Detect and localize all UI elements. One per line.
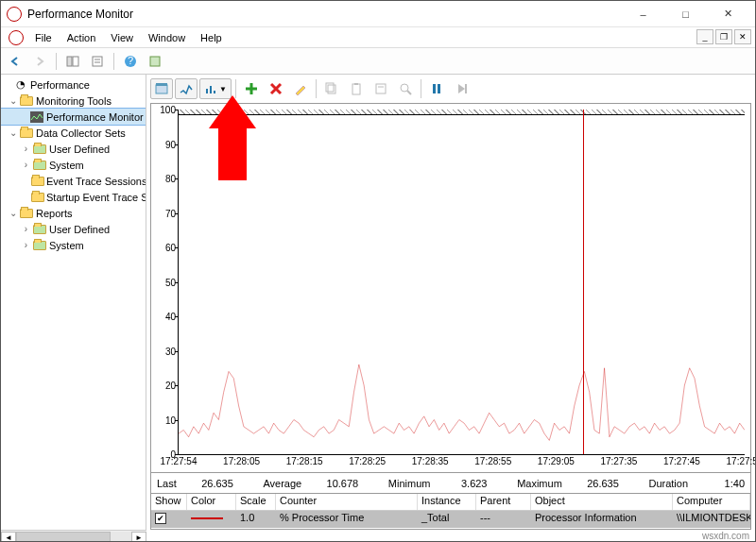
menu-file[interactable]: File <box>27 30 60 45</box>
mdi-close[interactable]: ✕ <box>734 29 751 44</box>
menu-view[interactable]: View <box>103 30 141 45</box>
tree-reports-ud[interactable]: ›User Defined <box>1 221 146 237</box>
copy-button[interactable] <box>320 78 343 99</box>
chart-plot-area: 010203040506070809010017:27:5417:28:0517… <box>178 110 745 455</box>
extra-tool-button[interactable] <box>145 51 165 72</box>
stats-bar: Last 26.635 Average 10.678 Minimum 3.623… <box>150 473 751 494</box>
close-button[interactable]: ✕ <box>707 1 749 27</box>
menubar: File Action View Window Help <box>1 27 755 48</box>
menu-help[interactable]: Help <box>193 30 230 45</box>
show-hide-tree-button[interactable] <box>62 51 83 72</box>
delete-counter-button[interactable] <box>265 78 287 99</box>
row-parent: --- <box>476 511 531 528</box>
tree-system[interactable]: ›System <box>1 157 146 173</box>
expand-icon[interactable]: › <box>20 224 32 234</box>
properties-button-2[interactable] <box>369 78 392 99</box>
counters-header: Show Color Scale Counter Instance Parent… <box>151 494 750 511</box>
svg-rect-17 <box>354 83 358 85</box>
minimize-button[interactable]: – <box>622 1 664 27</box>
add-counter-button[interactable] <box>240 78 263 99</box>
y-tick-label: 100 <box>160 105 176 115</box>
svg-rect-16 <box>352 84 360 94</box>
highlight-button[interactable] <box>289 78 312 99</box>
stat-min-label: Minimum <box>388 478 431 489</box>
folder-icon <box>31 191 44 204</box>
freeze-button[interactable] <box>425 78 448 99</box>
mmc-icon <box>9 30 24 45</box>
x-tick-label: 17:28:05 <box>223 456 260 466</box>
tree-root[interactable]: ◔Performance <box>1 76 146 93</box>
counters-list[interactable]: Show Color Scale Counter Instance Parent… <box>150 494 751 530</box>
tree-monitoring[interactable]: ⌄Monitoring Tools <box>1 93 146 109</box>
maximize-button[interactable]: □ <box>664 1 707 27</box>
tree-reports[interactable]: ⌄Reports <box>1 205 146 221</box>
view-log-button[interactable] <box>150 78 173 99</box>
y-tick-label: 50 <box>165 277 176 287</box>
col-scale[interactable]: Scale <box>236 494 276 510</box>
svg-line-21 <box>407 91 411 94</box>
col-instance[interactable]: Instance <box>418 494 476 510</box>
help-button[interactable]: ? <box>120 51 141 72</box>
mmc-toolbar: ? <box>1 48 755 75</box>
scroll-track[interactable] <box>16 532 131 543</box>
collapse-icon[interactable]: ⌄ <box>7 95 19 106</box>
stat-avg-label: Average <box>263 478 301 489</box>
mdi-controls: _ ❐ ✕ <box>696 29 751 44</box>
col-computer[interactable]: Computer <box>673 494 750 510</box>
tree-perfmon[interactable]: Performance Monitor <box>1 109 146 125</box>
menu-action[interactable]: Action <box>60 30 104 45</box>
stat-min-value: 3.623 <box>436 478 487 489</box>
collapse-icon[interactable]: ⌄ <box>7 208 19 218</box>
col-show[interactable]: Show <box>151 494 187 510</box>
chart-type-button[interactable]: ▼ <box>199 78 232 99</box>
svg-rect-12 <box>210 86 212 93</box>
tree-hscrollbar[interactable]: ◄ ► <box>1 530 146 542</box>
tree-sets[interactable]: Startup Event Trace Sessions <box>1 189 146 205</box>
counter-row[interactable]: ✔ 1.0 % Processor Time _Total --- Proces… <box>151 511 750 528</box>
tree-dcs[interactable]: ⌄Data Collector Sets <box>1 125 146 141</box>
properties-button[interactable] <box>87 51 108 72</box>
x-tick-label: 17:28:25 <box>349 456 386 466</box>
zoom-button[interactable] <box>394 78 417 99</box>
body: ◔Performance ⌄Monitoring Tools Performan… <box>1 75 755 530</box>
view-group-button[interactable] <box>175 78 198 99</box>
y-tick-label: 60 <box>165 243 176 253</box>
chart[interactable]: 010203040506070809010017:27:5417:28:0517… <box>150 103 751 473</box>
folder-icon <box>19 207 34 220</box>
tree-userdef[interactable]: ›User Defined <box>1 141 146 157</box>
col-counter[interactable]: Counter <box>276 494 418 510</box>
svg-rect-1 <box>73 57 78 66</box>
menu-window[interactable]: Window <box>141 30 193 45</box>
mdi-restore[interactable]: ❐ <box>715 29 732 44</box>
nav-tree[interactable]: ◔Performance ⌄Monitoring Tools Performan… <box>1 75 146 530</box>
scroll-right-button[interactable]: ► <box>131 532 146 543</box>
expand-icon[interactable]: › <box>20 144 32 154</box>
update-button[interactable] <box>450 78 472 99</box>
show-checkbox[interactable]: ✔ <box>155 513 166 524</box>
svg-rect-13 <box>214 91 215 93</box>
x-tick-label: 17:27:53 <box>727 456 756 466</box>
svg-rect-11 <box>206 89 208 93</box>
back-button[interactable] <box>5 51 26 72</box>
col-color[interactable]: Color <box>187 494 236 510</box>
tree-reports-sys[interactable]: ›System <box>1 237 146 253</box>
forward-button[interactable] <box>29 51 50 72</box>
mdi-minimize[interactable]: _ <box>696 29 713 44</box>
y-tick-label: 30 <box>165 346 176 356</box>
folder-icon <box>19 94 34 108</box>
scroll-thumb[interactable] <box>16 532 111 543</box>
report-icon <box>32 239 47 252</box>
row-instance: _Total <box>418 511 476 528</box>
col-object[interactable]: Object <box>531 494 673 510</box>
dropdown-icon: ▼ <box>219 85 227 93</box>
col-parent[interactable]: Parent <box>476 494 531 510</box>
paste-button[interactable] <box>345 78 368 99</box>
watermark: wsxdn.com <box>702 531 749 541</box>
stat-max-label: Maximum <box>517 478 562 489</box>
expand-icon[interactable]: › <box>20 160 32 170</box>
collapse-icon[interactable]: ⌄ <box>7 127 19 138</box>
tree-ets[interactable]: Event Trace Sessions <box>1 173 146 189</box>
scroll-left-button[interactable]: ◄ <box>1 532 16 543</box>
svg-rect-7 <box>150 57 160 66</box>
expand-icon[interactable]: › <box>20 240 32 250</box>
